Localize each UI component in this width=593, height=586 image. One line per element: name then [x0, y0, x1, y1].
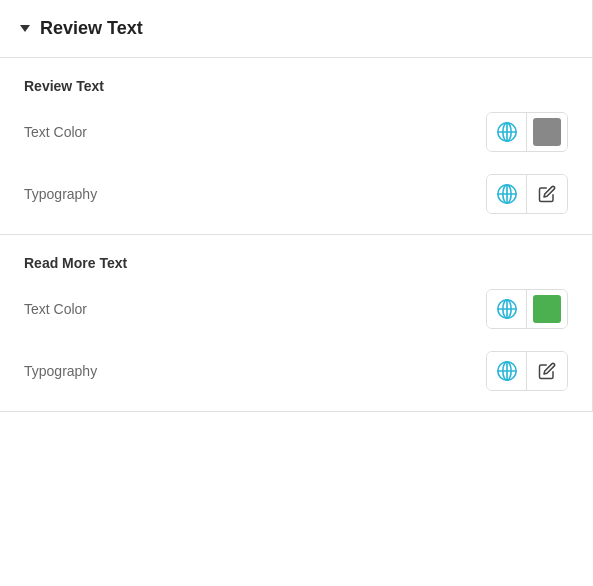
- globe-icon: [496, 183, 518, 205]
- read-more-typography-globe-button[interactable]: [487, 352, 527, 390]
- panel-header[interactable]: Review Text: [0, 0, 592, 58]
- review-text-section: Review Text Text Color Typ: [0, 58, 592, 235]
- globe-icon: [496, 298, 518, 320]
- read-more-typography-label: Typography: [24, 363, 97, 379]
- review-text-section-title: Review Text: [24, 78, 568, 94]
- pencil-icon: [538, 185, 556, 203]
- read-more-text-section: Read More Text Text Color: [0, 235, 592, 412]
- review-typography-label: Typography: [24, 186, 97, 202]
- globe-icon: [496, 121, 518, 143]
- review-text-panel: Review Text Review Text Text Color: [0, 0, 593, 412]
- review-text-color-swatch: [533, 118, 561, 146]
- read-more-typography-edit-button[interactable]: [527, 352, 567, 390]
- chevron-down-icon: [20, 25, 30, 32]
- read-more-typography-row: Typography: [24, 351, 568, 391]
- globe-icon: [496, 360, 518, 382]
- panel-header-title: Review Text: [40, 18, 143, 39]
- read-more-text-color-swatch: [533, 295, 561, 323]
- review-text-color-control: [486, 112, 568, 152]
- read-more-text-color-swatch-button[interactable]: [527, 290, 567, 328]
- read-more-text-color-label: Text Color: [24, 301, 87, 317]
- read-more-text-color-row: Text Color: [24, 289, 568, 329]
- review-text-color-swatch-button[interactable]: [527, 113, 567, 151]
- review-typography-edit-button[interactable]: [527, 175, 567, 213]
- review-text-color-row: Text Color: [24, 112, 568, 152]
- read-more-typography-control: [486, 351, 568, 391]
- read-more-text-color-globe-button[interactable]: [487, 290, 527, 328]
- review-text-color-label: Text Color: [24, 124, 87, 140]
- review-text-color-globe-button[interactable]: [487, 113, 527, 151]
- read-more-text-section-title: Read More Text: [24, 255, 568, 271]
- read-more-text-color-control: [486, 289, 568, 329]
- pencil-icon: [538, 362, 556, 380]
- review-typography-globe-button[interactable]: [487, 175, 527, 213]
- review-typography-row: Typography: [24, 174, 568, 214]
- review-typography-control: [486, 174, 568, 214]
